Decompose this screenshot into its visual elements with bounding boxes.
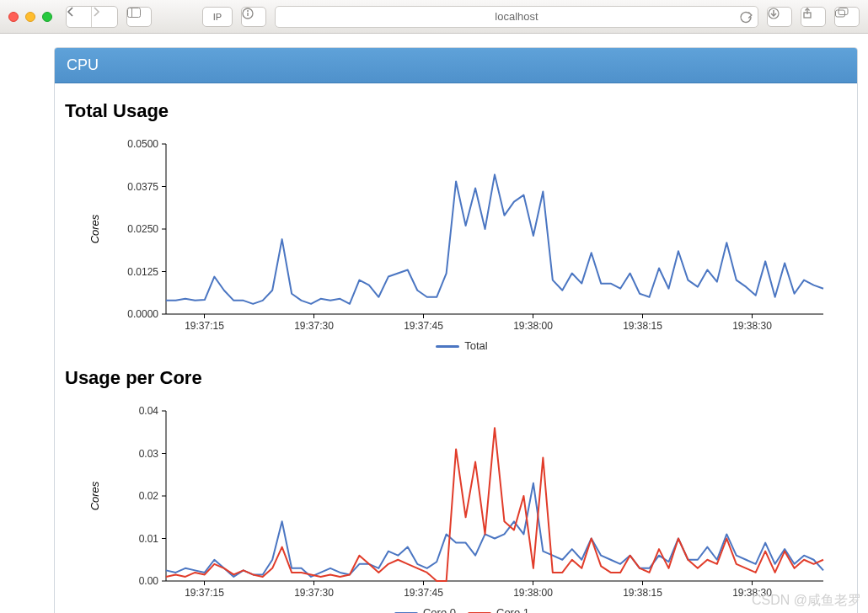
svg-text:19:37:45: 19:37:45 xyxy=(404,587,443,599)
svg-text:19:37:30: 19:37:30 xyxy=(294,320,334,332)
legend-percore: Core 0Core 1 xyxy=(65,606,847,613)
svg-text:19:38:15: 19:38:15 xyxy=(623,587,662,599)
ip-label: IP xyxy=(213,12,222,22)
watermark: CSDN @咸鱼老罗 xyxy=(752,592,861,610)
svg-text:0.04: 0.04 xyxy=(139,405,159,417)
svg-rect-0 xyxy=(128,8,141,17)
svg-text:19:37:15: 19:37:15 xyxy=(185,320,224,332)
share-button[interactable] xyxy=(801,7,826,27)
close-window-button[interactable] xyxy=(8,12,19,22)
forward-button[interactable] xyxy=(92,7,117,27)
tabs-button[interactable] xyxy=(834,7,860,27)
section-title-total: Total Usage xyxy=(65,100,847,122)
fullscreen-window-button[interactable] xyxy=(42,12,52,22)
svg-text:19:38:00: 19:38:00 xyxy=(513,587,553,599)
svg-rect-10 xyxy=(839,8,848,14)
svg-text:Cores: Cores xyxy=(88,481,101,510)
legend-label: Total xyxy=(464,339,487,352)
section-title-percore: Usage per Core xyxy=(65,367,847,389)
svg-text:19:38:30: 19:38:30 xyxy=(732,320,772,332)
back-button[interactable] xyxy=(67,7,92,27)
minimize-window-button[interactable] xyxy=(25,12,35,22)
svg-text:19:37:30: 19:37:30 xyxy=(294,587,334,599)
svg-text:19:37:15: 19:37:15 xyxy=(185,587,224,599)
browser-toolbar: IP localhost xyxy=(0,0,868,34)
window-controls xyxy=(8,12,57,22)
svg-text:0.0250: 0.0250 xyxy=(127,223,158,235)
nav-buttons xyxy=(66,6,118,28)
svg-rect-4 xyxy=(247,13,248,16)
legend-swatch xyxy=(436,345,459,348)
address-text: localhost xyxy=(495,10,538,23)
svg-point-3 xyxy=(247,10,249,12)
reload-button[interactable] xyxy=(739,10,753,26)
page-viewport: CPU Total Usage 0.00000.01250.02500.0375… xyxy=(0,34,868,613)
info-button[interactable] xyxy=(241,7,266,27)
legend-label: Core 0 xyxy=(423,606,456,613)
svg-text:19:38:15: 19:38:15 xyxy=(623,320,662,332)
legend-label: Core 1 xyxy=(496,606,529,613)
sidebar-button[interactable] xyxy=(126,7,152,27)
downloads-button[interactable] xyxy=(767,7,792,27)
panel-heading: CPU xyxy=(55,48,857,83)
svg-text:0.0000: 0.0000 xyxy=(127,308,158,320)
svg-text:0.0125: 0.0125 xyxy=(127,266,158,278)
cpu-panel: CPU Total Usage 0.00000.01250.02500.0375… xyxy=(54,47,858,613)
svg-text:0.01: 0.01 xyxy=(139,533,159,545)
svg-text:0.0375: 0.0375 xyxy=(127,181,158,193)
svg-text:0.0500: 0.0500 xyxy=(127,138,158,150)
panel-body: Total Usage 0.00000.01250.02500.03750.05… xyxy=(55,83,857,613)
svg-text:19:37:45: 19:37:45 xyxy=(404,320,443,332)
svg-text:0.00: 0.00 xyxy=(139,575,159,587)
ip-button[interactable]: IP xyxy=(202,7,233,27)
address-bar[interactable]: localhost xyxy=(275,6,758,28)
legend-total: Total xyxy=(65,339,847,352)
svg-text:Cores: Cores xyxy=(88,214,101,243)
svg-text:0.02: 0.02 xyxy=(139,490,159,502)
svg-rect-9 xyxy=(836,10,845,17)
chart-total-usage: 0.00000.01250.02500.03750.050019:37:1519… xyxy=(65,129,847,339)
svg-text:0.03: 0.03 xyxy=(139,448,159,460)
chart-per-core: 0.000.010.020.030.0419:37:1519:37:3019:3… xyxy=(65,396,847,606)
svg-text:19:38:00: 19:38:00 xyxy=(513,320,553,332)
